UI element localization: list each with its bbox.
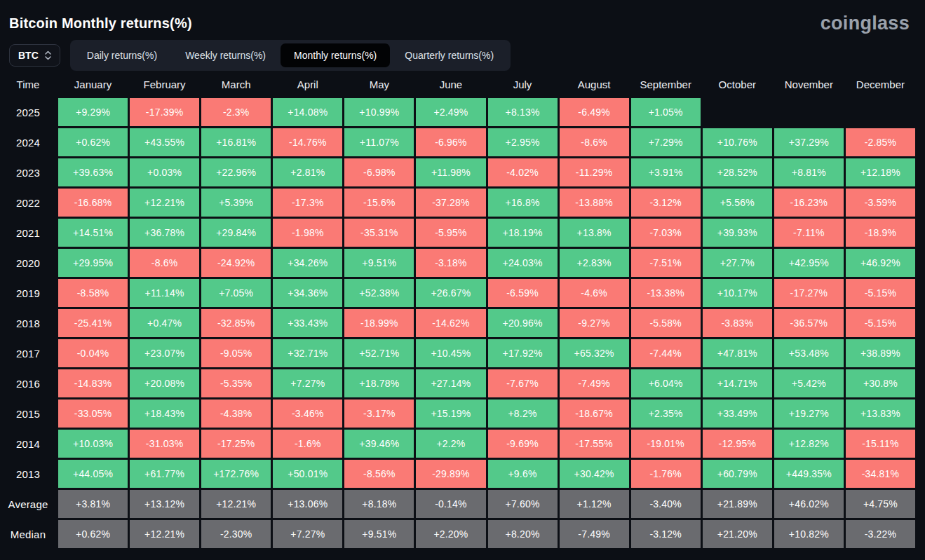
return-cell: -8.6%	[560, 128, 629, 156]
return-cell: -24.92%	[201, 249, 271, 277]
return-cell: +34.26%	[273, 249, 342, 277]
return-cell: +52.38%	[344, 279, 414, 307]
return-cell: +10.03%	[58, 430, 128, 458]
column-header-april: April	[273, 73, 342, 96]
return-cell: +33.49%	[703, 399, 772, 428]
return-cell: +11.07%	[344, 128, 414, 156]
return-cell: -14.76%	[273, 128, 342, 156]
return-cell: +449.35%	[774, 460, 844, 488]
return-cell: +2.95%	[488, 128, 558, 156]
return-cell: +13.12%	[130, 490, 199, 518]
return-cell: +37.29%	[774, 128, 844, 156]
return-cell: -7.03%	[631, 219, 701, 247]
table-row-2017: 2017-0.04%+23.07%-9.05%+32.71%+52.71%+10…	[0, 339, 915, 367]
tab-weekly-returns[interactable]: Weekly returns(%)	[172, 43, 279, 67]
row-label: 2022	[0, 189, 56, 217]
return-cell: +10.45%	[416, 339, 485, 367]
symbol-select[interactable]: BTC	[9, 44, 60, 67]
return-cell: -37.28%	[416, 189, 485, 217]
return-cell: +11.98%	[416, 158, 485, 186]
return-cell: +9.6%	[488, 460, 558, 488]
return-cell: +2.20%	[416, 520, 485, 548]
row-label: 2013	[0, 460, 56, 488]
return-cell: +34.36%	[273, 279, 342, 307]
table-row-2022: 2022-16.68%+12.21%+5.39%-17.3%-15.6%-37.…	[0, 189, 915, 217]
return-cell: +2.35%	[631, 399, 701, 428]
return-cell: +60.79%	[703, 460, 772, 488]
return-cell: -3.12%	[631, 189, 701, 217]
return-cell: +12.18%	[846, 158, 915, 186]
return-cell: -18.67%	[560, 399, 629, 428]
row-label: 2018	[0, 309, 56, 337]
return-cell: +13.83%	[846, 399, 915, 428]
return-cell: -3.18%	[416, 249, 485, 277]
table-row-median: Median+0.62%+12.21%-2.30%+7.27%+9.51%+2.…	[0, 520, 915, 548]
tab-daily-returns[interactable]: Daily returns(%)	[74, 43, 170, 67]
return-cell: -5.58%	[631, 309, 701, 337]
table-row-2021: 2021+14.51%+36.78%+29.84%-1.98%-35.31%-5…	[0, 219, 915, 247]
return-cell: -3.22%	[846, 520, 915, 548]
return-cell: -7.49%	[560, 369, 629, 397]
return-cell: +16.8%	[488, 189, 558, 217]
return-cell: +13.06%	[273, 490, 342, 518]
return-cell: +1.12%	[560, 490, 629, 518]
return-cell: +39.63%	[58, 158, 128, 186]
tab-monthly-returns[interactable]: Monthly returns(%)	[281, 43, 390, 67]
return-cell: +46.02%	[774, 490, 844, 518]
return-cell: +39.93%	[703, 219, 772, 247]
return-cell: -29.89%	[416, 460, 485, 488]
return-cell: -1.76%	[631, 460, 701, 488]
return-cell: -5.15%	[846, 279, 915, 307]
return-cell: -34.81%	[846, 460, 915, 488]
return-cell: +172.76%	[201, 460, 271, 488]
return-cell: +19.27%	[774, 399, 844, 428]
return-cell: +16.81%	[201, 128, 271, 156]
return-cell: +38.89%	[846, 339, 915, 367]
return-cell: +9.51%	[344, 249, 414, 277]
column-header-may: May	[344, 73, 414, 96]
return-cell: -9.27%	[560, 309, 629, 337]
return-cell: +2.83%	[560, 249, 629, 277]
return-cell: -7.44%	[631, 339, 701, 367]
return-cell: +42.95%	[774, 249, 844, 277]
return-cell: -16.23%	[774, 189, 844, 217]
return-cell: -4.02%	[488, 158, 558, 186]
return-cell: +14.51%	[58, 219, 128, 247]
column-header-january: January	[58, 73, 128, 96]
column-header-november: November	[774, 73, 844, 96]
return-cell: -2.30%	[201, 520, 271, 548]
return-cell: -25.41%	[58, 309, 128, 337]
return-cell: +2.49%	[416, 98, 485, 126]
return-cell: +27.7%	[703, 249, 772, 277]
return-cell: +46.92%	[846, 249, 915, 277]
return-cell: -18.99%	[344, 309, 414, 337]
return-cell: -3.17%	[344, 399, 414, 428]
column-header-july: July	[488, 73, 558, 96]
return-cell: +26.67%	[416, 279, 485, 307]
return-cell: -17.27%	[774, 279, 844, 307]
return-cell: +15.19%	[416, 399, 485, 428]
row-label: Median	[0, 520, 56, 548]
return-cell: -0.04%	[58, 339, 128, 367]
return-cell: +50.01%	[273, 460, 342, 488]
row-label: 2021	[0, 219, 56, 247]
tab-quarterly-returns[interactable]: Quarterly returns(%)	[391, 43, 507, 67]
column-header-september: September	[631, 73, 701, 96]
return-cell: -15.6%	[344, 189, 414, 217]
return-cell: +7.29%	[631, 128, 701, 156]
return-cell: -1.6%	[273, 430, 342, 458]
return-cell: -14.62%	[416, 309, 485, 337]
return-cell: -17.39%	[130, 98, 199, 126]
return-cell: +12.21%	[201, 490, 271, 518]
row-label: 2016	[0, 369, 56, 397]
return-cell: +7.60%	[488, 490, 558, 518]
return-cell: +23.07%	[130, 339, 199, 367]
return-cell: -8.56%	[344, 460, 414, 488]
return-cell: +12.21%	[130, 189, 199, 217]
return-cell: -4.6%	[560, 279, 629, 307]
return-cell: +27.14%	[416, 369, 485, 397]
return-cell: -7.49%	[560, 520, 629, 548]
select-chevron-icon	[45, 50, 51, 60]
return-cell: +47.81%	[703, 339, 772, 367]
return-cell: -6.49%	[560, 98, 629, 126]
